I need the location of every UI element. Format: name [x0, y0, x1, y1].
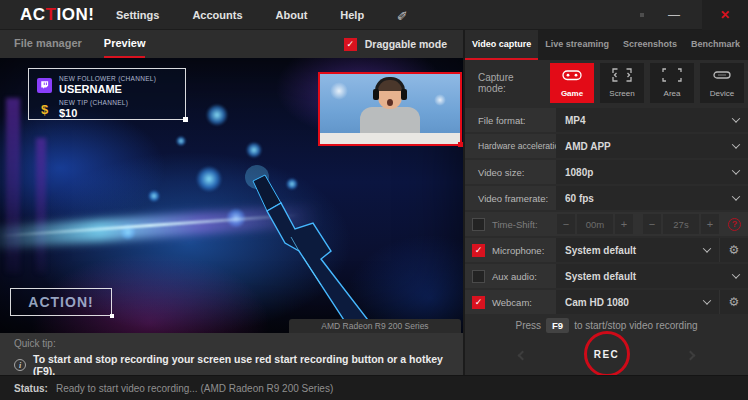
titlebar: ACTION! Settings Accounts About Help ✎ —…: [0, 0, 748, 30]
file-format-select[interactable]: MP4: [556, 108, 748, 132]
mode-device-button[interactable]: Device: [700, 63, 744, 103]
help-icon[interactable]: ?: [728, 218, 741, 231]
minutes-value: 00m: [577, 214, 613, 234]
seconds-plus-button[interactable]: +: [701, 214, 719, 234]
capture-settings-panel: Video capture Live streaming Screenshots…: [463, 30, 748, 375]
watermark-overlay[interactable]: ACTION!: [10, 288, 112, 316]
mode-area-button[interactable]: Area: [650, 63, 694, 103]
webcam-feed: [320, 74, 460, 144]
webcam-label: Webcam:: [492, 297, 532, 308]
seconds-minus-button[interactable]: −: [643, 214, 661, 234]
video-size-label: Video size:: [478, 167, 524, 178]
chevron-down-icon: [703, 296, 711, 304]
microphone-gear-button[interactable]: ⚙: [720, 238, 748, 262]
follower-caption: NEW FOLLOWER (CHANNEL): [59, 75, 156, 83]
device-icon: [712, 68, 732, 86]
logo-post: ION!: [56, 5, 94, 24]
menu-help[interactable]: Help: [340, 9, 364, 21]
rec-button[interactable]: REC: [584, 331, 630, 377]
aux-audio-checkbox[interactable]: [472, 270, 485, 283]
file-format-value: MP4: [565, 115, 586, 126]
tab-live-streaming[interactable]: Live streaming: [538, 30, 616, 60]
tab-video-capture[interactable]: Video capture: [465, 30, 538, 60]
app-logo: ACTION!: [20, 5, 94, 25]
aux-audio-select[interactable]: System default: [556, 264, 748, 288]
check-icon: ✓: [475, 297, 483, 307]
preview-tab-bar: File manager Preview ✓ Draggable mode: [0, 30, 463, 58]
microphone-checkbox[interactable]: ✓: [472, 244, 485, 257]
tab-benchmark[interactable]: Benchmark: [684, 30, 747, 60]
time-shift-steppers: − 00m + − 27s + ?: [555, 212, 748, 236]
video-framerate-value: 60 fps: [565, 193, 594, 204]
seconds-value: 27s: [663, 214, 699, 234]
hotkey-press: Press: [515, 320, 541, 331]
minutes-minus-button[interactable]: −: [557, 214, 575, 234]
neon-pillar-decoration: [36, 138, 46, 273]
stream-widget-overlay[interactable]: NEW FOLLOWER (CHANNEL) USERNAME $ NEW TI…: [28, 68, 186, 120]
watermark-text: ACTION!: [28, 294, 93, 310]
info-icon: i: [14, 359, 26, 371]
minimize-button[interactable]: —: [668, 0, 680, 30]
prev-arrow-icon[interactable]: [518, 351, 528, 361]
video-size-row: Video size: 1080p: [465, 160, 748, 184]
aux-audio-label: Aux audio:: [492, 271, 537, 282]
webcam-overlay[interactable]: [318, 72, 462, 146]
preview-panel: File manager Preview ✓ Draggable mode: [0, 30, 463, 375]
mode-game-button[interactable]: Game: [550, 63, 594, 103]
microphone-row: ✓ Microphone: System default ⚙: [465, 238, 748, 262]
draggable-mode-toggle[interactable]: ✓ Draggable mode: [344, 30, 447, 58]
hardware-acceleration-row: Hardware acceleration: AMD APP: [465, 134, 748, 158]
menu-settings[interactable]: Settings: [116, 9, 159, 21]
next-arrow-icon[interactable]: [686, 351, 696, 361]
microphone-label: Microphone:: [492, 245, 544, 256]
aux-audio-value: System default: [565, 271, 636, 282]
time-shift-checkbox[interactable]: [472, 218, 485, 231]
video-size-value: 1080p: [565, 167, 593, 178]
check-icon: ✓: [475, 245, 483, 255]
status-text: Ready to start video recording... (AMD R…: [56, 383, 333, 394]
tab-screenshots[interactable]: Screenshots: [616, 30, 684, 60]
draggable-mode-checkbox[interactable]: ✓: [344, 38, 357, 51]
logo-pre: AC: [20, 5, 46, 24]
tip-row: $ NEW TIP (CHANNEL) $10: [37, 99, 177, 119]
gamepad-icon: [562, 68, 582, 86]
mode-game-label: Game: [561, 89, 583, 98]
chevron-down-icon: [732, 114, 740, 122]
microphone-value: System default: [565, 245, 636, 256]
file-format-row: File format: MP4: [465, 108, 748, 132]
webcam-select[interactable]: Cam HD 1080: [556, 290, 719, 314]
gpu-badge: AMD Radeon R9 200 Series: [289, 319, 461, 333]
resize-handle[interactable]: [183, 117, 188, 122]
area-icon: [662, 68, 682, 86]
tip-amount: $10: [59, 107, 128, 119]
chevron-down-icon: [732, 140, 740, 148]
webcam-value: Cam HD 1080: [565, 297, 629, 308]
microphone-select[interactable]: System default: [556, 238, 719, 262]
hardware-acceleration-select[interactable]: AMD APP: [556, 134, 748, 158]
window-dot-icon: [640, 13, 644, 17]
menu-about[interactable]: About: [276, 9, 308, 21]
webcam-gear-button[interactable]: ⚙: [720, 290, 748, 314]
quick-tip-text: To start and stop recording your screen …: [33, 353, 449, 377]
menu-accounts[interactable]: Accounts: [192, 9, 242, 21]
video-framerate-select[interactable]: 60 fps: [556, 186, 748, 210]
capture-mode-label: Capture mode:: [478, 72, 544, 94]
status-label: Status:: [14, 383, 48, 394]
capture-mode-section: Capture mode: Game Screen Area: [465, 60, 748, 106]
quick-tip-title: Quick tip:: [14, 338, 449, 349]
hotkey-key: F9: [546, 318, 569, 333]
chevron-down-icon: [703, 244, 711, 252]
tab-preview[interactable]: Preview: [104, 30, 146, 58]
mode-area-label: Area: [664, 89, 681, 98]
check-icon: ✓: [346, 39, 354, 49]
webcam-checkbox[interactable]: ✓: [472, 296, 485, 309]
tip-caption: NEW TIP (CHANNEL): [59, 99, 128, 107]
mode-screen-button[interactable]: Screen: [600, 63, 644, 103]
brush-icon[interactable]: ✎: [395, 10, 410, 21]
close-button[interactable]: ✕: [702, 0, 748, 30]
tab-file-manager[interactable]: File manager: [14, 30, 82, 58]
draggable-mode-label: Draggable mode: [365, 38, 447, 50]
video-size-select[interactable]: 1080p: [556, 160, 748, 184]
minutes-plus-button[interactable]: +: [615, 214, 633, 234]
watermark-resize-handle[interactable]: [110, 314, 114, 318]
